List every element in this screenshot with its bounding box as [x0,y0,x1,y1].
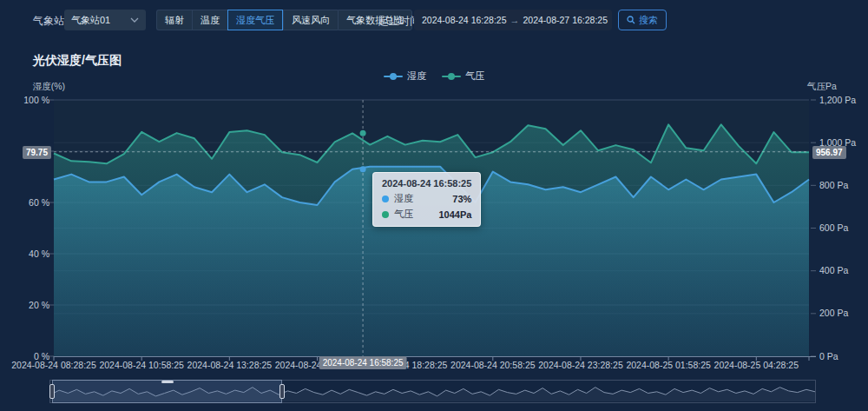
weather-dashboard: 2024-08-24 08:28:252024-08-24 10:58:2520… [0,0,868,411]
search-icon [627,16,635,24]
tab-temperature[interactable]: 温度 [192,10,227,30]
pressure-area [54,124,809,356]
tooltip-time: 2024-08-24 16:58:25 [382,178,471,189]
y-right-label: 600 Pa [819,222,848,233]
x-axis-label: 2024-08-25 01:58:25 [626,360,711,370]
legend-line-dot-icon [384,73,403,80]
date-range-picker[interactable]: 2024-08-24 16:28:25 → 2024-08-27 16:28:2… [414,10,612,30]
legend-label: 气压 [465,70,484,83]
tooltip-value: 1044Pa [424,209,471,220]
x-axis-label: 2024-08-24 10:58:25 [99,360,184,370]
tooltip-label: 湿度 [394,192,413,205]
tab-wind[interactable]: 风速风向 [283,10,338,30]
tooltip-label: 气压 [394,208,413,221]
axis-pointer-left-badge: 79.75 [23,146,51,159]
legend-item-humidity[interactable]: 湿度 [384,70,426,83]
x-axis-label: 2024-08-24 08:28:25 [11,360,96,370]
pressure-dot-icon [382,211,389,218]
range-start-value[interactable]: 2024-08-24 16:28:25 [422,15,507,25]
pressure-point-marker [360,130,366,136]
humidity-point-marker [360,166,366,172]
y-right-label: 0 Pa [819,351,838,361]
x-axis-label: 2024-08-24 20:58:25 [450,360,536,370]
legend-label: 湿度 [407,70,426,83]
y-right-label: 400 Pa [819,265,848,275]
y-left-label: 40 % [29,249,49,259]
y-left-label: 20 % [29,300,49,310]
range-end-value[interactable]: 2024-08-27 16:28:25 [523,15,608,25]
chart-tooltip: 2024-08-24 16:58:25 湿度 73% 气压 1044Pa [372,172,481,227]
station-select[interactable]: 气象站01 [64,10,146,30]
legend-item-pressure[interactable]: 气压 [442,70,484,83]
y-right-label: 1,200 Pa [819,95,856,105]
tooltip-row-pressure: 气压 1044Pa [382,208,471,221]
y-right-label: 200 Pa [819,308,848,318]
legend-line-dot-icon [442,73,461,80]
chart-title: 光伏湿度/气压图 [33,53,122,69]
station-label: 气象站 [33,14,64,29]
chart-legend: 湿度 气压 [0,70,868,83]
x-axis-label: 2024-08-25 04:28:25 [714,360,799,370]
datazoom-selected-window[interactable] [52,380,282,403]
metric-tabs: 辐射 温度 湿度气压 风速风向 气象数据总览 [156,10,412,30]
range-arrow-icon: → [507,15,523,25]
tooltip-value: 73% [438,194,471,204]
axis-pointer-right-badge: 956.97 [812,146,846,159]
search-button[interactable]: 搜索 [618,10,667,30]
y-left-label: 60 % [29,197,49,208]
station-select-value: 气象站01 [71,14,110,27]
humidity-dot-icon [382,196,389,202]
datazoom-left-handle[interactable] [49,384,55,399]
y-left-label: 100 % [23,95,49,105]
tab-humidity-pressure[interactable]: 湿度气压 [227,10,283,30]
chevron-down-icon [130,17,139,23]
tab-radiation[interactable]: 辐射 [156,10,192,30]
search-button-label: 搜索 [639,14,658,27]
x-axis-label: 2024-08-24 13:28:25 [187,360,273,370]
toolbar: 气象站 气象站01 辐射 温度 湿度气压 风速风向 气象数据总览 起止时间 20… [0,0,868,40]
datazoom-right-handle[interactable] [279,384,285,399]
y-right-label: 800 Pa [819,180,848,190]
tooltip-row-humidity: 湿度 73% [382,192,471,205]
axis-pointer-time-badge: 2024-08-24 16:58:25 [319,356,407,369]
datazoom-move-handle[interactable] [161,381,174,383]
y-left-label: 0 % [34,351,49,361]
x-axis-label: 2024-08-24 23:28:25 [538,360,623,370]
